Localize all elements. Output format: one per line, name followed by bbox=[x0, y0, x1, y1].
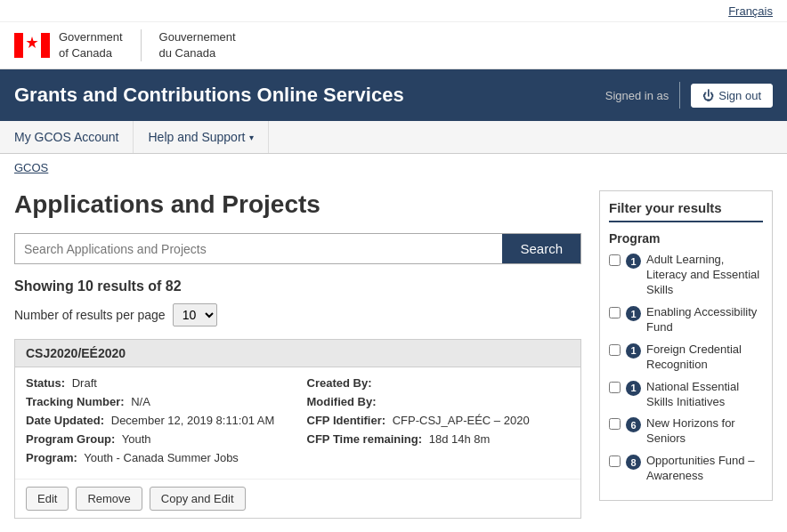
app-title: Grants and Contributions Online Services bbox=[14, 84, 404, 107]
tracking-value: N/A bbox=[131, 395, 150, 408]
field-tracking: Tracking Number: N/A bbox=[26, 395, 289, 408]
result-card-actions: Edit Remove Copy and Edit bbox=[15, 479, 580, 518]
result-card-id: CSJ2020/EÉ2020 bbox=[26, 346, 126, 360]
page-title: Applications and Projects bbox=[14, 190, 581, 219]
field-cfp-id: CFP Identifier: CFP-CSJ_AP-EÉC – 2020 bbox=[307, 414, 571, 427]
filter-title: Filter your results bbox=[609, 200, 763, 222]
field-status: Status: Draft bbox=[26, 376, 289, 390]
search-button[interactable]: Search bbox=[502, 234, 580, 263]
nav-my-gcos[interactable]: My GCOS Account bbox=[0, 121, 134, 153]
status-label: Status: bbox=[26, 376, 65, 390]
filter-item: 1Adult Learning, Literacy and Essential … bbox=[609, 253, 763, 298]
per-page-label: Number of results per page bbox=[14, 308, 166, 322]
breadcrumb: GCOS bbox=[0, 154, 787, 181]
filter-checkbox[interactable] bbox=[609, 382, 621, 393]
filter-box: Filter your results Program 1Adult Learn… bbox=[599, 190, 773, 501]
filter-badge: 1 bbox=[626, 306, 641, 321]
header-right: Signed in as ⏻ Sign out bbox=[605, 82, 773, 109]
gov-en-line2: of Canada bbox=[59, 46, 112, 60]
filter-badge: 8 bbox=[626, 455, 641, 470]
filter-panel: Filter your results Program 1Adult Learn… bbox=[599, 190, 773, 529]
filter-checkbox[interactable] bbox=[609, 344, 621, 356]
search-form: Search bbox=[14, 233, 581, 264]
modified-by-label: Modified By: bbox=[307, 395, 377, 408]
filter-item-label: Foreign Credential Recognition bbox=[646, 343, 763, 373]
result-card: CSJ2020/EÉ2020 Status: Draft Tracking Nu… bbox=[14, 339, 581, 519]
main-content: Applications and Projects Search Showing… bbox=[0, 181, 787, 532]
filter-item: 1National Essential Skills Initiatives bbox=[609, 380, 763, 410]
nav-my-gcos-label: My GCOS Account bbox=[14, 130, 118, 144]
search-input[interactable] bbox=[15, 234, 502, 263]
edit-button[interactable]: Edit bbox=[26, 487, 69, 511]
filter-badge: 1 bbox=[626, 343, 641, 359]
canada-flag-icon bbox=[14, 32, 50, 59]
copy-edit-button[interactable]: Copy and Edit bbox=[150, 487, 246, 511]
result-col-right: Created By: Modified By: CFP Identifier:… bbox=[307, 376, 571, 470]
filter-item: 6New Horizons for Seniors bbox=[609, 416, 763, 447]
filter-checkbox[interactable] bbox=[609, 455, 621, 467]
signout-icon: ⏻ bbox=[702, 89, 714, 102]
breadcrumb-gcos[interactable]: GCOS bbox=[14, 161, 48, 174]
field-modified-by: Modified By: bbox=[307, 395, 571, 408]
signed-in-label: Signed in as bbox=[605, 89, 669, 102]
logo-divider bbox=[141, 29, 142, 61]
cfp-time-label: CFP Time remaining: bbox=[307, 432, 423, 446]
filter-checkbox[interactable] bbox=[609, 418, 621, 430]
program-group-value: Youth bbox=[122, 432, 151, 446]
created-by-label: Created By: bbox=[307, 376, 372, 390]
result-col-left: Status: Draft Tracking Number: N/A Date … bbox=[26, 376, 289, 470]
filter-program-title: Program bbox=[609, 231, 763, 246]
program-group-label: Program Group: bbox=[26, 432, 115, 446]
filter-badge: 1 bbox=[626, 381, 641, 396]
remove-button[interactable]: Remove bbox=[76, 487, 142, 511]
chevron-down-icon: ▾ bbox=[249, 133, 254, 142]
status-value: Draft bbox=[72, 376, 97, 390]
filter-item-label: Adult Learning, Literacy and Essential S… bbox=[646, 253, 763, 298]
field-cfp-time: CFP Time remaining: 18d 14h 8m bbox=[307, 432, 571, 446]
signout-button[interactable]: ⏻ Sign out bbox=[691, 84, 773, 108]
filter-item-label: Opportunities Fund – Awareness bbox=[646, 454, 763, 484]
filter-checkbox[interactable] bbox=[609, 307, 621, 318]
svg-rect-0 bbox=[14, 33, 23, 58]
per-page-control: Number of results per page 10 25 50 bbox=[14, 303, 581, 326]
program-label: Program: bbox=[26, 451, 77, 464]
gov-fr-line2: du Canada bbox=[159, 46, 216, 60]
results-count: Showing 10 results of 82 bbox=[14, 278, 581, 294]
filter-item-label: National Essential Skills Initiatives bbox=[646, 380, 763, 410]
field-program-group: Program Group: Youth bbox=[26, 432, 289, 446]
tracking-label: Tracking Number: bbox=[26, 395, 125, 408]
result-card-body: Status: Draft Tracking Number: N/A Date … bbox=[15, 367, 580, 479]
nav-bar: My GCOS Account Help and Support ▾ bbox=[0, 121, 787, 154]
left-panel: Applications and Projects Search Showing… bbox=[14, 190, 581, 529]
app-header: Grants and Contributions Online Services… bbox=[0, 69, 787, 121]
government-name: Government of Canada bbox=[59, 29, 123, 61]
signout-label: Sign out bbox=[718, 89, 761, 102]
cfp-id-label: CFP Identifier: bbox=[307, 414, 386, 427]
date-value: December 12, 2019 8:11:01 AM bbox=[111, 414, 275, 427]
header-divider bbox=[679, 82, 680, 109]
filter-item-label: New Horizons for Seniors bbox=[646, 416, 763, 447]
date-label: Date Updated: bbox=[26, 414, 104, 427]
svg-rect-3 bbox=[41, 33, 50, 58]
government-name-fr: Gouvernement du Canada bbox=[159, 29, 236, 61]
canada-logo: Government of Canada Gouvernement du Can… bbox=[14, 29, 236, 61]
filter-badge: 1 bbox=[626, 254, 641, 269]
filter-items: 1Adult Learning, Literacy and Essential … bbox=[609, 253, 763, 484]
language-bar: Français bbox=[0, 0, 787, 22]
francais-link[interactable]: Français bbox=[728, 4, 773, 18]
cfp-id-value: CFP-CSJ_AP-EÉC – 2020 bbox=[393, 414, 530, 427]
nav-help-support-label: Help and Support bbox=[148, 130, 245, 144]
field-created-by: Created By: bbox=[307, 376, 571, 390]
filter-item-label: Enabling Accessibility Fund bbox=[646, 305, 763, 335]
filter-item: 1Enabling Accessibility Fund bbox=[609, 305, 763, 335]
nav-help-support[interactable]: Help and Support ▾ bbox=[134, 121, 269, 153]
filter-item: 8Opportunities Fund – Awareness bbox=[609, 454, 763, 484]
gov-fr-line1: Gouvernement bbox=[159, 30, 236, 44]
per-page-select[interactable]: 10 25 50 bbox=[173, 303, 217, 326]
program-value: Youth - Canada Summer Jobs bbox=[84, 451, 239, 464]
field-program: Program: Youth - Canada Summer Jobs bbox=[26, 451, 289, 464]
filter-checkbox[interactable] bbox=[609, 254, 621, 266]
gov-en-line1: Government bbox=[59, 30, 123, 44]
filter-badge: 6 bbox=[626, 417, 641, 432]
filter-item: 1Foreign Credential Recognition bbox=[609, 343, 763, 373]
